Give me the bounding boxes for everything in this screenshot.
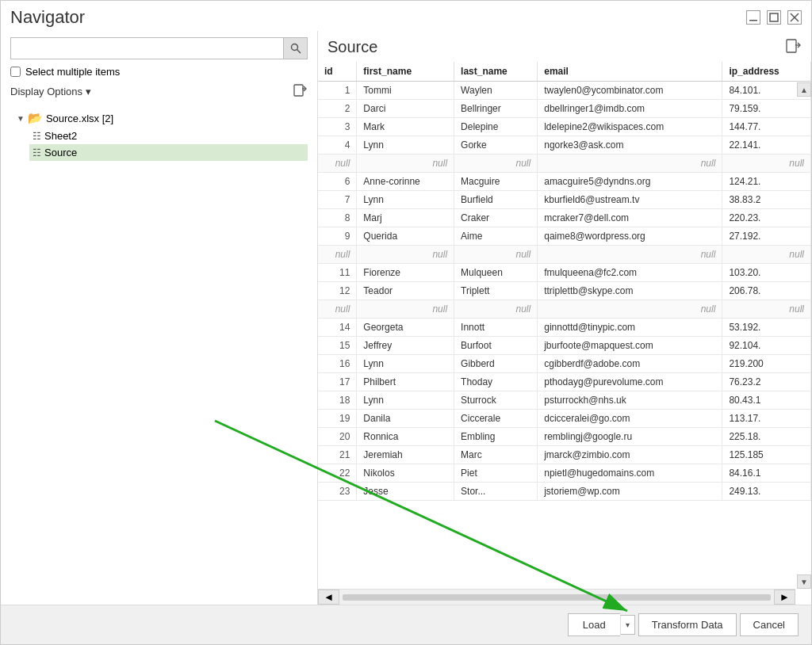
nav-left-button[interactable]: ◄ xyxy=(318,590,339,605)
table-cell-first_name: Teador xyxy=(357,282,454,300)
col-header-last-name: last_name xyxy=(454,62,538,82)
chevron-right-icon: ▼ xyxy=(17,114,25,123)
table-row: 1TommiWaylentwaylen0@ycombinator.com84.1… xyxy=(318,82,811,100)
transform-data-button[interactable]: Transform Data xyxy=(638,613,737,636)
tree-area: ▼ 📂 Source.xlsx [2] ☷ Sheet2 ☷ Source xyxy=(10,109,308,598)
table-cell-id: 7 xyxy=(318,191,357,209)
table-cell-ip_address: null xyxy=(722,246,811,264)
table-cell-ip_address: 144.77. xyxy=(722,118,811,136)
table-cell-email: psturrockh@nhs.uk xyxy=(538,391,722,410)
window-controls xyxy=(746,10,802,25)
tree-root-item[interactable]: ▼ 📂 Source.xlsx [2] xyxy=(13,109,308,128)
select-multiple-label: Select multiple items xyxy=(25,66,120,78)
table-cell-ip_address: 220.23. xyxy=(722,209,811,227)
table-cell-last_name: Piet xyxy=(454,464,538,483)
select-multiple-checkbox[interactable] xyxy=(10,67,21,77)
table-row: 20RonnicaEmblingremblingj@google.ru225.1… xyxy=(318,428,811,446)
data-table-scroll[interactable]: id first_name last_name email ip_address… xyxy=(318,62,811,605)
export-icon-button[interactable] xyxy=(292,82,308,101)
table-cell-email: fmulqueena@fc2.com xyxy=(538,264,722,282)
scroll-down-arrow[interactable]: ▼ xyxy=(797,574,811,589)
table-row: 17PhilbertThodaypthodayg@purevolume.com7… xyxy=(318,373,811,391)
right-header: Source xyxy=(318,37,811,62)
tree-item-sheet2[interactable]: ☷ Sheet2 xyxy=(29,128,308,144)
table-cell-last_name: Burfield xyxy=(454,191,538,209)
table-cell-ip_address: null xyxy=(722,300,811,319)
table-cell-ip_address: 206.78. xyxy=(722,282,811,300)
table-cell-ip_address: 84.16.1 xyxy=(722,464,811,483)
table-cell-email: qaime8@wordpress.org xyxy=(538,227,722,246)
load-button[interactable]: Load xyxy=(568,613,620,636)
restore-button[interactable] xyxy=(767,10,781,25)
table-cell-last_name: null xyxy=(454,155,538,173)
table-cell-last_name: Ciccerale xyxy=(454,410,538,428)
table-row: 15JeffreyBurfootjburfoote@mapquest.com92… xyxy=(318,337,811,355)
cancel-button[interactable]: Cancel xyxy=(740,613,799,636)
table-cell-id: 15 xyxy=(318,337,357,355)
table-row: 7LynnBurfieldkburfield6@ustream.tv38.83.… xyxy=(318,191,811,209)
table-row: 2DarciBellringerdbellringer1@imdb.com79.… xyxy=(318,100,811,118)
minimize-button[interactable] xyxy=(746,10,760,25)
svg-point-4 xyxy=(291,44,297,51)
table-cell-email: dcicceralei@go.com xyxy=(538,410,722,428)
tree-root: ▼ 📂 Source.xlsx [2] ☷ Sheet2 ☷ Source xyxy=(10,109,308,161)
table-cell-last_name: Burfoot xyxy=(454,337,538,355)
table-cell-last_name: Innott xyxy=(454,319,538,337)
table-nav-bar: ◄ ► xyxy=(318,589,795,605)
table-cell-id: 20 xyxy=(318,428,357,446)
table-row: 11FiorenzeMulqueenfmulqueena@fc2.com103.… xyxy=(318,264,811,282)
window-title: Navigator xyxy=(10,7,85,28)
table-cell-email: amacguire5@dyndns.org xyxy=(538,173,722,191)
table-cell-id: 22 xyxy=(318,464,357,483)
table-cell-first_name: Lynn xyxy=(357,391,454,410)
table-cell-last_name: Bellringer xyxy=(454,100,538,118)
col-header-id: id xyxy=(318,62,357,82)
table-cell-email: ldelepine2@wikispaces.com xyxy=(538,118,722,136)
tree-item-source[interactable]: ☷ Source xyxy=(29,144,308,161)
tree-children: ☷ Sheet2 ☷ Source xyxy=(13,128,308,161)
load-dropdown-button[interactable]: ▾ xyxy=(620,615,635,635)
table-row: 6Anne-corinneMacguireamacguire5@dyndns.o… xyxy=(318,173,811,191)
svg-rect-1 xyxy=(770,13,778,21)
table-cell-ip_address: 219.200 xyxy=(722,355,811,373)
table-cell-last_name: Marc xyxy=(454,446,538,464)
table-cell-id: 1 xyxy=(318,82,357,100)
table-cell-first_name: Ronnica xyxy=(357,428,454,446)
table-cell-email: pthodayg@purevolume.com xyxy=(538,373,722,391)
table-cell-first_name: Philbert xyxy=(357,373,454,391)
right-export-button[interactable] xyxy=(784,37,802,57)
table-cell-email: ttriplettb@skype.com xyxy=(538,282,722,300)
table-cell-first_name: Anne-corinne xyxy=(357,173,454,191)
table-row: 19DanilaCicceraledcicceralei@go.com113.1… xyxy=(318,410,811,428)
horizontal-scrollbar[interactable] xyxy=(343,594,771,601)
table-cell-last_name: Sturrock xyxy=(454,391,538,410)
svg-rect-8 xyxy=(787,40,796,52)
scroll-up-arrow[interactable]: ▲ xyxy=(797,82,811,97)
table-cell-ip_address: 38.83.2 xyxy=(722,191,811,209)
table-cell-email: remblingj@google.ru xyxy=(538,428,722,446)
col-header-ip-address: ip_address xyxy=(722,62,811,82)
display-options-button[interactable]: Display Options ▾ xyxy=(10,86,91,97)
table-cell-first_name: Fiorenze xyxy=(357,264,454,282)
table-row: 22NikolosPietnpietl@hugedomains.com84.16… xyxy=(318,464,811,483)
col-header-email: email xyxy=(538,62,722,82)
svg-line-5 xyxy=(297,50,301,54)
display-options-label: Display Options xyxy=(10,86,82,97)
search-button[interactable] xyxy=(283,38,307,59)
table-cell-id: 6 xyxy=(318,173,357,191)
col-header-first-name: first_name xyxy=(357,62,454,82)
table-cell-first_name: Lynn xyxy=(357,136,454,155)
table-cell-last_name: Gorke xyxy=(454,136,538,155)
close-button[interactable] xyxy=(787,10,802,25)
table-row: 4LynnGorkengorke3@ask.com22.141. xyxy=(318,136,811,155)
search-input[interactable] xyxy=(11,40,283,58)
table-cell-id: 18 xyxy=(318,391,357,410)
nav-right-button[interactable]: ► xyxy=(774,590,795,605)
table-cell-email: jmarck@zimbio.com xyxy=(538,446,722,464)
table-row: 18LynnSturrockpsturrockh@nhs.uk80.43.1 xyxy=(318,391,811,410)
table-icon-sheet2: ☷ xyxy=(33,131,41,142)
right-panel-title: Source xyxy=(327,38,377,56)
table-row: 23JesseStor...jstoriem@wp.com249.13. xyxy=(318,483,811,501)
table-cell-first_name: Mark xyxy=(357,118,454,136)
data-table-wrapper: ▲ id first_name last_name email ip_addre… xyxy=(318,62,811,605)
